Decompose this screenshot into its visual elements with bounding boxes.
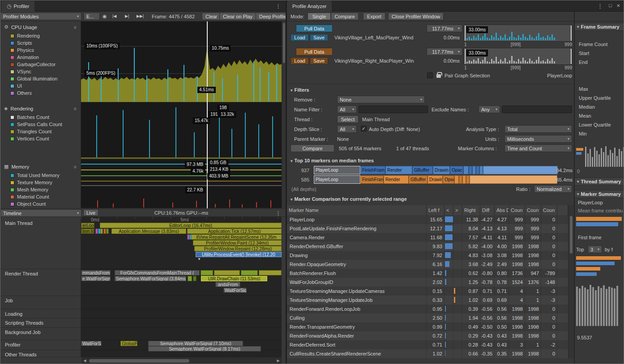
marker-row[interactable]: Drawing 7.92 4.83 -3.08 3.08 1998 1998 0	[287, 251, 568, 260]
timeline-span[interactable]: IlView.RepaintAll.RepaintScene (12.35m	[191, 234, 282, 240]
analyzer-kebab-icon[interactable]: ⋮	[597, 3, 603, 9]
module-header-cpu[interactable]: ⚙ CPU Usage ≡	[0, 23, 81, 31]
comparison-header[interactable]: ▾Marker Comparison for currently selecte…	[291, 196, 407, 202]
current-frame-button[interactable]: ▶▶|	[137, 14, 144, 18]
marker-row[interactable]: RenderForwardAlpha.Render 0.72 0.29 -0.4…	[287, 331, 568, 340]
scroll-left-arrow[interactable]: ◀	[82, 358, 88, 363]
legend-item[interactable]: Object Count	[0, 200, 81, 207]
legend-item[interactable]: VSync	[0, 68, 81, 75]
top10-header[interactable]: ▾Top 10 markers on median frames	[291, 158, 374, 163]
marker-row[interactable]: Culling 2.50 1.94 -0.56 0.56 1998 1998 0	[287, 313, 568, 322]
top10-marker-segment[interactable]: GBuffer	[409, 175, 427, 184]
thread-row[interactable]: Job	[0, 296, 81, 309]
legend-item[interactable]: Mesh Memory	[0, 186, 81, 193]
legend-item[interactable]: Triangles Count	[0, 128, 81, 135]
timeline-span[interactable]: ProfilerWindow.Repaint (12.28ms)	[194, 246, 282, 251]
editor-target-dropdown[interactable]: E...	[84, 13, 100, 20]
record-button[interactable]: ◉	[103, 13, 107, 19]
column-header-marker-name[interactable]: Marker Name	[287, 205, 427, 215]
dataset-left-max-dropdown[interactable]: 117.77ms▾	[427, 25, 462, 32]
module-header-memory[interactable]: ▦ Memory ≡	[0, 163, 81, 170]
top10-marker-segment[interactable]: Render	[384, 175, 409, 184]
scrollbar-thumb[interactable]	[570, 216, 573, 254]
profiler-modules-dropdown[interactable]: Profiler Modules▾	[0, 13, 81, 20]
marker-row[interactable]: PostLateUpdate.FinishFrameRendering 12.1…	[287, 224, 568, 233]
thread-row[interactable]: Scripting Threads	[0, 318, 81, 328]
column-header-count-diff[interactable]: Coun	[541, 205, 557, 215]
thread-row[interactable]: Main Thread	[0, 217, 81, 269]
legend-item[interactable]: UI	[0, 82, 81, 89]
legend-item[interactable]: Global Illumination	[0, 75, 81, 82]
name-filter-mode-dropdown[interactable]: All▾	[337, 106, 357, 113]
range-handle-left[interactable]	[465, 49, 466, 64]
legend-item[interactable]: Animation	[0, 54, 81, 61]
timeline-span[interactable]: UIR.DrawChain (11.53ms)	[201, 276, 267, 281]
top10-marker-segment[interactable]	[470, 175, 557, 184]
legend-item[interactable]: Total Used Memory	[0, 172, 81, 179]
range-handle-right[interactable]	[571, 25, 572, 41]
timeline-span[interactable]	[193, 276, 197, 281]
marker-row[interactable]: TextureStreamingManager.UpdateCameras 0.…	[287, 287, 568, 296]
thread-row[interactable]: Background Job	[0, 328, 81, 340]
timeline-span[interactable]	[201, 270, 213, 275]
marker-row[interactable]: Render.TransparentGeometry 0.99 0.49 -0.…	[287, 322, 568, 331]
top10-marker-segment[interactable]	[469, 166, 472, 174]
timeline-span[interactable]: Application.Tick (12.57ms)	[187, 229, 282, 234]
top10-marker-segment[interactable]	[476, 166, 479, 174]
marker-row[interactable]: RenderForward.RenderLoopJob 0.95 0.39 -0…	[287, 305, 568, 313]
top10-marker-segment[interactable]	[454, 175, 459, 184]
marker-columns-dropdown[interactable]: Time and Count▾	[504, 144, 572, 152]
legend-item[interactable]: Scripts	[0, 39, 81, 47]
pull-data-right-button[interactable]: Pull Data	[296, 48, 333, 55]
timeline-span[interactable]: Semaphore.WaitForSignal (3.84ms)	[115, 276, 186, 281]
name-filter-input[interactable]	[359, 106, 428, 113]
auto-depth-checkbox[interactable]: ✓	[361, 126, 367, 131]
save-right-button[interactable]: Save	[310, 57, 328, 64]
pull-data-left-button[interactable]: Pull Data	[296, 25, 333, 32]
top10-marker-segment[interactable]	[479, 166, 483, 174]
marker-summary-header[interactable]: ▾Marker Summary	[575, 190, 624, 198]
tab-profile-analyzer[interactable]: Profile Analyzer	[287, 1, 332, 12]
depth-slice-dropdown[interactable]: All▾	[337, 125, 357, 133]
range-handle-left[interactable]	[465, 25, 466, 41]
thread-row[interactable]: Other Threads	[0, 350, 81, 357]
top10-marker-segment[interactable]: PlayerLoop	[314, 175, 360, 184]
clear-button[interactable]: Clear	[202, 13, 221, 20]
top10-marker-segment[interactable]	[466, 175, 470, 184]
legend-item[interactable]: Others	[0, 89, 81, 97]
top10-marker-segment[interactable]	[483, 166, 558, 174]
clear-on-play-button[interactable]: Clear on Play	[219, 13, 256, 20]
frame-summary-header[interactable]: ▾Frame Summary	[575, 23, 624, 31]
timeline-span[interactable]	[100, 229, 103, 234]
timeline-span[interactable]	[259, 270, 282, 275]
marker-summary-histogram[interactable]	[576, 281, 622, 326]
timeline-span[interactable]: mmandsFromM	[81, 270, 111, 275]
frame-summary-histogram[interactable]	[585, 144, 624, 167]
next-frame-button[interactable]: ▶|	[125, 14, 129, 18]
module-handle-icon[interactable]: ≡	[74, 164, 77, 169]
module-header-rendering[interactable]: ◈ Rendering ≡	[0, 105, 81, 112]
ratio-dropdown[interactable]: Normalized▾	[534, 185, 572, 193]
marker-row[interactable]: Render.OpaqueGeometry 6.16 3.68 -2.49 2.…	[287, 260, 568, 269]
timeline-span[interactable]	[214, 270, 240, 275]
prev-frame-button[interactable]: |◀	[112, 14, 116, 18]
timeline-span[interactable]	[106, 229, 109, 234]
timeline-span[interactable]: tion.Idle (1	[81, 229, 94, 234]
marker-row[interactable]: TextureStreamingManager.UpdateJob 0.33 1…	[287, 296, 568, 305]
legend-item[interactable]: Rendering	[0, 32, 81, 39]
column-header-left[interactable]: Left f	[427, 205, 444, 215]
legend-item[interactable]: GarbageCollector	[0, 61, 81, 68]
column-header-right-bar[interactable]: >	[453, 205, 462, 215]
thread-summary-header[interactable]: ▾Thread Summary	[575, 178, 624, 186]
legend-item[interactable]: SetPass Calls Count	[0, 121, 81, 128]
units-dropdown[interactable]: Milliseconds▾	[504, 135, 572, 143]
charts-scrollbar[interactable]	[282, 21, 286, 208]
frame-range-left[interactable]: 33.00ms	[464, 25, 572, 42]
timeline-view-dropdown[interactable]: Timeline▾	[0, 209, 81, 217]
marker-row[interactable]: Camera.Render 11.68 7.57 -4.11 4.11 999 …	[287, 233, 568, 242]
top10-marker-segment[interactable]: GBuffer	[412, 166, 433, 174]
dataset-right-max-dropdown[interactable]: 117.77ms▾	[427, 48, 462, 55]
column-header-abs-diff[interactable]: Abs D	[495, 205, 509, 215]
close-profiler-window-button[interactable]: Close Profiler Window	[388, 13, 444, 20]
top-n-dropdown[interactable]: 3▾	[588, 245, 602, 253]
